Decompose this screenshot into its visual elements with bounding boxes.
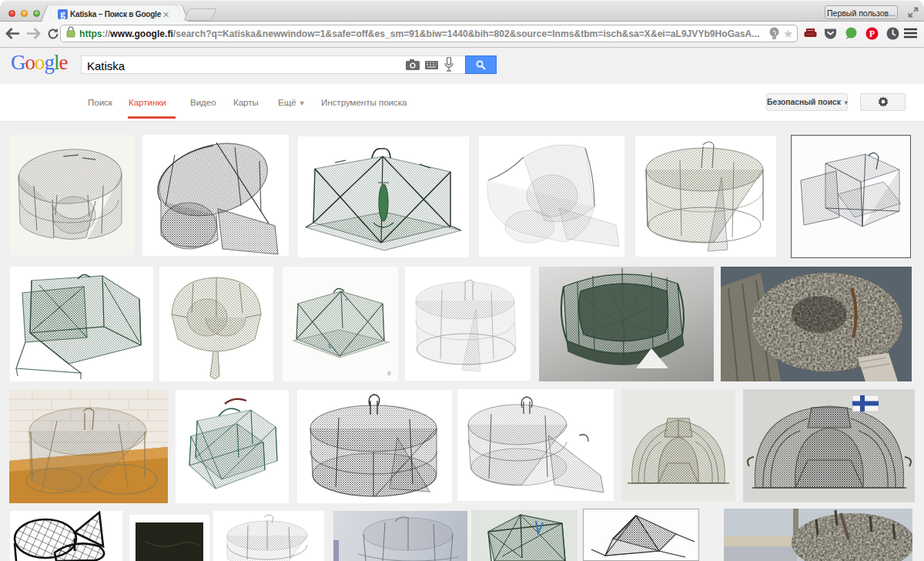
svg-text:e: e — [387, 369, 391, 377]
svg-text:P: P — [869, 29, 875, 39]
